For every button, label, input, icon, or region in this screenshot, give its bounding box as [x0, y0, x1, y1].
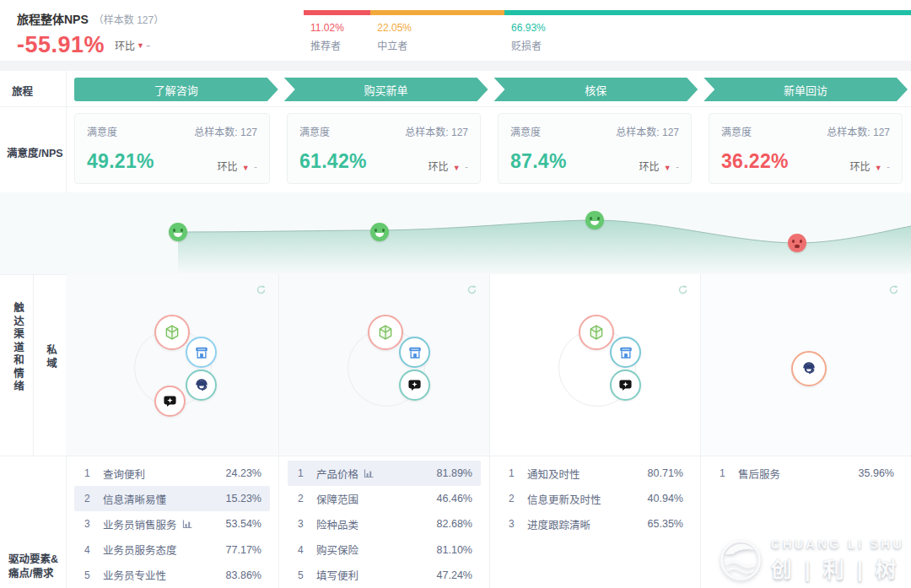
- down-triangle-icon: ▼: [875, 164, 882, 172]
- driver-item[interactable]: 5业务员专业性83.86%: [74, 563, 270, 588]
- down-triangle-icon: ▼: [664, 164, 671, 172]
- huanbi-indicator[interactable]: 环比 ▼ -: [217, 159, 257, 173]
- watermark: CHUANG LI SHU 创 | 利 | 树: [719, 537, 904, 583]
- satisfaction-label: 满意度: [510, 124, 541, 138]
- journey-stage-1[interactable]: 了解咨询: [74, 78, 278, 101]
- cube-channel-icon[interactable]: [154, 315, 190, 350]
- nps-distribution: 11.02%推荐者22.05%中立者66.93%贬损者: [304, 10, 911, 15]
- satisfaction-card: 满意度总样本数: 12749.21%环比 ▼ -: [74, 113, 270, 184]
- driver-item[interactable]: 2信息清晰易懂15.23%: [74, 486, 270, 511]
- row-label-journey: 旅程: [0, 83, 66, 99]
- driver-rank: 2: [84, 493, 96, 504]
- driver-item[interactable]: 1通知及时性80.71%: [499, 461, 692, 486]
- driver-name: 进度跟踪清晰: [527, 516, 590, 532]
- driver-rank: 1: [509, 467, 520, 479]
- down-triangle-icon: ▼: [453, 164, 461, 172]
- row-label-satisfaction: 满意度/NPS: [0, 144, 66, 160]
- emotion-curve-chart: [66, 192, 911, 274]
- driver-item[interactable]: 3业务员销售服务53.54%: [74, 511, 270, 537]
- refresh-icon[interactable]: [256, 284, 267, 295]
- satisfaction-value: 49.21%: [87, 150, 154, 173]
- driver-item[interactable]: 5填写便利47.24%: [288, 563, 481, 588]
- driver-pct: 65.35%: [648, 518, 683, 530]
- watermark-text-en: CHUANG LI SHU: [771, 537, 904, 551]
- driver-item[interactable]: 1售后服务35.96%: [709, 461, 903, 486]
- refresh-icon[interactable]: [888, 284, 899, 295]
- agent-channel-icon[interactable]: [186, 370, 217, 401]
- driver-rank: 1: [720, 467, 731, 479]
- huanbi-label: 环比: [639, 161, 659, 173]
- huanbi-delta: -: [465, 161, 468, 173]
- satisfaction-row: 满意度总样本数: 12749.21%环比 ▼ -满意度总样本数: 12761.4…: [66, 106, 911, 192]
- driver-item[interactable]: 2信息更新及时性40.94%: [499, 486, 692, 511]
- header: 旅程整体NPS（样本数 127） -55.91% 环比 ▼ - 11.02%推荐…: [0, 0, 911, 61]
- driver-name: 业务员销售服务: [103, 516, 177, 532]
- driver-item[interactable]: 4业务员服务态度77.17%: [74, 537, 270, 563]
- driver-list-2: 1产品价格81.89%2保障范围46.46%3险种品类82.68%4购买保险81…: [278, 456, 489, 588]
- satisfaction-cell: 满意度总样本数: 12787.4%环比 ▼ -: [489, 106, 700, 192]
- driver-name: 信息清晰易懂: [103, 491, 166, 507]
- cube-channel-icon[interactable]: [368, 315, 403, 350]
- page-title: 旅程整体NPS: [17, 13, 89, 26]
- driver-rank: 1: [84, 467, 96, 479]
- satisfaction-label: 满意度: [87, 124, 117, 138]
- distribution-name: 贬损者: [511, 38, 546, 52]
- driver-pct: 47.24%: [437, 569, 472, 581]
- store-channel-icon[interactable]: [610, 337, 641, 368]
- happy-face-icon: [370, 223, 389, 241]
- driver-item[interactable]: 4购买保险81.10%: [288, 537, 481, 563]
- driver-name: 业务员专业性: [103, 567, 166, 583]
- channel-row: [66, 274, 911, 456]
- chat-channel-icon[interactable]: [399, 370, 430, 401]
- driver-item[interactable]: 1产品价格81.89%: [288, 461, 481, 486]
- store-channel-icon[interactable]: [186, 337, 217, 368]
- huanbi-label[interactable]: 环比: [115, 38, 135, 52]
- distribution-pct: 66.93%: [511, 22, 546, 34]
- agent-channel-icon[interactable]: [791, 351, 827, 386]
- refresh-icon[interactable]: [677, 284, 688, 295]
- huanbi-indicator[interactable]: 环比 ▼ -: [428, 159, 468, 173]
- journey-stage-2[interactable]: 购买新单: [284, 78, 488, 101]
- nps-dashboard: 旅程整体NPS（样本数 127） -55.91% 环比 ▼ - 11.02%推荐…: [0, 0, 911, 588]
- channel-cell-3: [489, 274, 700, 456]
- store-channel-icon[interactable]: [399, 337, 430, 368]
- driver-rank: 1: [298, 467, 310, 479]
- row-label-channel-private: 私域: [43, 344, 59, 370]
- driver-rank: 5: [84, 569, 96, 581]
- satisfaction-card: 满意度总样本数: 12736.22%环比 ▼ -: [709, 113, 903, 184]
- huanbi-label: 环比: [849, 161, 870, 173]
- driver-pct: 46.46%: [437, 493, 472, 504]
- journey-stage-3[interactable]: 核保: [494, 78, 698, 101]
- driver-name: 信息更新及时性: [527, 491, 601, 507]
- driver-item[interactable]: 1查询便利24.23%: [74, 461, 270, 486]
- overall-nps-block: 旅程整体NPS（样本数 127） -55.91% 环比 ▼ -: [17, 10, 164, 58]
- huanbi-indicator[interactable]: 环比 ▼ -: [639, 159, 679, 173]
- driver-rank: 2: [509, 493, 520, 504]
- chat-channel-icon[interactable]: [610, 370, 641, 401]
- distribution-segment-2: 22.05%中立者: [370, 10, 504, 15]
- driver-pct: 81.89%: [437, 467, 472, 479]
- driver-item[interactable]: 3进度跟踪清晰65.35%: [499, 511, 692, 537]
- chat-channel-icon[interactable]: [154, 386, 186, 417]
- driver-rank: 2: [298, 493, 310, 504]
- driver-pct: 24.23%: [226, 467, 261, 479]
- distribution-segment-3: 66.93%贬损者: [504, 10, 911, 15]
- driver-pct: 35.96%: [859, 467, 894, 479]
- journey-stage-4[interactable]: 新单回访: [703, 78, 908, 101]
- distribution-label-2: 22.05%中立者: [377, 22, 412, 52]
- cube-channel-icon[interactable]: [579, 315, 614, 350]
- driver-item[interactable]: 2保障范围46.46%: [288, 486, 481, 511]
- emotion-curve: [66, 192, 911, 274]
- driver-rank: 5: [298, 569, 310, 581]
- refresh-icon[interactable]: [466, 284, 477, 295]
- distribution-pct: 22.05%: [377, 22, 412, 34]
- driver-item[interactable]: 3险种品类82.68%: [288, 511, 481, 537]
- driver-name: 查询便利: [103, 466, 145, 482]
- distribution-segment-1: 11.02%推荐者: [304, 10, 370, 15]
- satisfaction-cell: 满意度总样本数: 12736.22%环比 ▼ -: [700, 106, 911, 192]
- distribution-label-1: 11.02%推荐者: [310, 22, 344, 52]
- sample-total: 总样本数: 127: [616, 124, 679, 138]
- sample-count: （样本数 127）: [94, 14, 164, 26]
- huanbi-indicator[interactable]: 环比 ▼ -: [849, 159, 890, 173]
- watermark-text-cn: 创 | 利 | 树: [771, 553, 904, 583]
